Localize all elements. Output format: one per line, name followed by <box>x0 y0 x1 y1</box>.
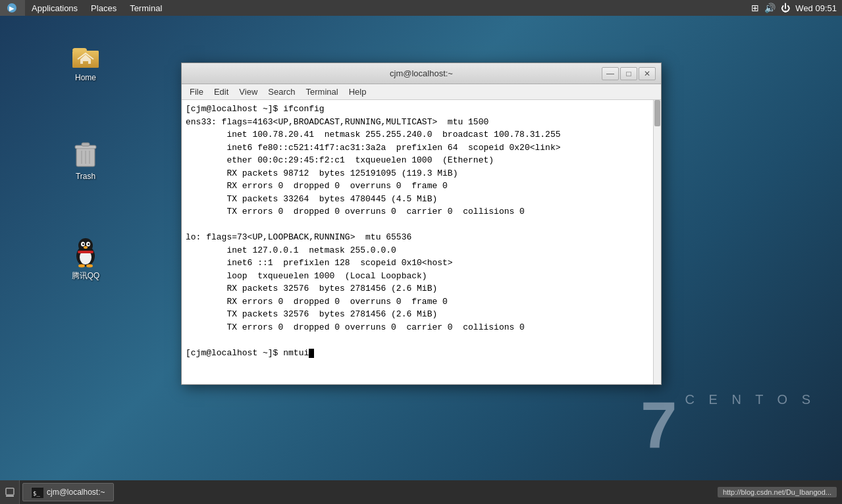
volume-icon[interactable]: 🔊 <box>764 3 776 13</box>
home-icon-label: Home <box>75 73 96 82</box>
svg-rect-6 <box>82 143 90 146</box>
centos-version-number: 7 <box>641 392 677 458</box>
terminal-menubar: File Edit View Search Terminal Help <box>182 84 661 100</box>
taskbar-url-item[interactable]: http://blog.csdn.net/Du_Ibangod... <box>718 487 837 497</box>
centos-text-block: C E N T O S <box>685 392 816 413</box>
terminal-title: cjm@localhost:~ <box>390 68 453 78</box>
network-icon[interactable]: ⊞ <box>751 3 759 13</box>
menubar-left: ▶ Applications Places Terminal <box>0 0 169 16</box>
trash-icon-label: Trash <box>76 172 95 181</box>
qq-icon-label: 腾讯QQ <box>72 270 100 282</box>
menubar-logo-item[interactable]: ▶ <box>0 0 25 16</box>
terminal-output: [cjm@localhost ~]$ ifconfig ens33: flags… <box>186 103 657 359</box>
home-folder-icon <box>70 39 101 70</box>
terminal-scrollbar[interactable] <box>653 100 661 384</box>
scrollbar-thumb[interactable] <box>654 100 660 126</box>
show-desktop-button[interactable] <box>0 480 20 504</box>
qq-app-icon <box>70 236 101 268</box>
desktop-icon-trash[interactable]: Trash <box>59 135 112 184</box>
terminal-menu-search[interactable]: Search <box>263 84 300 100</box>
terminal-titlebar: cjm@localhost:~ — □ ✕ <box>182 63 661 84</box>
svg-rect-10 <box>77 149 94 166</box>
power-icon[interactable]: ⏻ <box>781 3 790 13</box>
show-desktop-icon <box>5 487 15 497</box>
terminal-minimize-button[interactable]: — <box>602 67 619 80</box>
menubar-terminal[interactable]: Terminal <box>123 0 169 16</box>
svg-rect-23 <box>6 495 14 497</box>
taskbar-right: http://blog.csdn.net/Du_Ibangod... <box>718 487 842 497</box>
terminal-menu-terminal[interactable]: Terminal <box>301 84 344 100</box>
svg-rect-19 <box>78 251 93 253</box>
terminal-controls: — □ ✕ <box>602 67 656 80</box>
menubar-right: ⊞ 🔊 ⏻ Wed 09:51 <box>751 3 842 13</box>
svg-text:▶: ▶ <box>9 5 14 12</box>
trash-can-icon <box>70 138 101 169</box>
taskbar-window-label: cjm@localhost:~ <box>47 488 105 497</box>
centos-name-text: C E N T O S <box>685 392 816 407</box>
terminal-menu-edit[interactable]: Edit <box>209 84 234 100</box>
svg-rect-22 <box>6 488 14 495</box>
top-menubar: ▶ Applications Places Terminal ⊞ 🔊 ⏻ Wed… <box>0 0 842 16</box>
svg-point-20 <box>78 265 85 268</box>
svg-point-21 <box>86 265 93 268</box>
svg-point-13 <box>78 238 93 253</box>
terminal-menu-help[interactable]: Help <box>344 84 372 100</box>
terminal-menu-file[interactable]: File <box>184 84 209 100</box>
svg-point-16 <box>82 243 84 245</box>
taskbar-terminal-window[interactable]: $_ cjm@localhost:~ <box>22 483 114 501</box>
terminal-content-area[interactable]: [cjm@localhost ~]$ ifconfig ens33: flags… <box>182 100 661 384</box>
terminal-menu-view[interactable]: View <box>234 84 263 100</box>
desktop-icon-home[interactable]: Home <box>59 36 112 85</box>
terminal-cursor <box>309 349 314 358</box>
taskbar-terminal-icon: $_ <box>31 487 43 497</box>
terminal-close-button[interactable]: ✕ <box>639 67 656 80</box>
app-logo-icon: ▶ <box>7 3 17 13</box>
menubar-places[interactable]: Places <box>84 0 123 16</box>
centos-watermark: 7 C E N T O S <box>641 392 816 458</box>
svg-point-18 <box>84 246 88 249</box>
svg-text:$_: $_ <box>33 490 40 497</box>
clock-display: Wed 09:51 <box>795 3 837 13</box>
menubar-applications[interactable]: Applications <box>25 0 84 16</box>
terminal-maximize-button[interactable]: □ <box>620 67 637 80</box>
desktop-icon-qq[interactable]: 腾讯QQ <box>59 234 112 284</box>
taskbar: $_ cjm@localhost:~ http://blog.csdn.net/… <box>0 480 842 504</box>
svg-point-17 <box>88 243 90 245</box>
terminal-window: cjm@localhost:~ — □ ✕ File Edit View Sea… <box>181 63 662 385</box>
desktop: ▶ Applications Places Terminal ⊞ 🔊 ⏻ Wed… <box>0 0 842 504</box>
